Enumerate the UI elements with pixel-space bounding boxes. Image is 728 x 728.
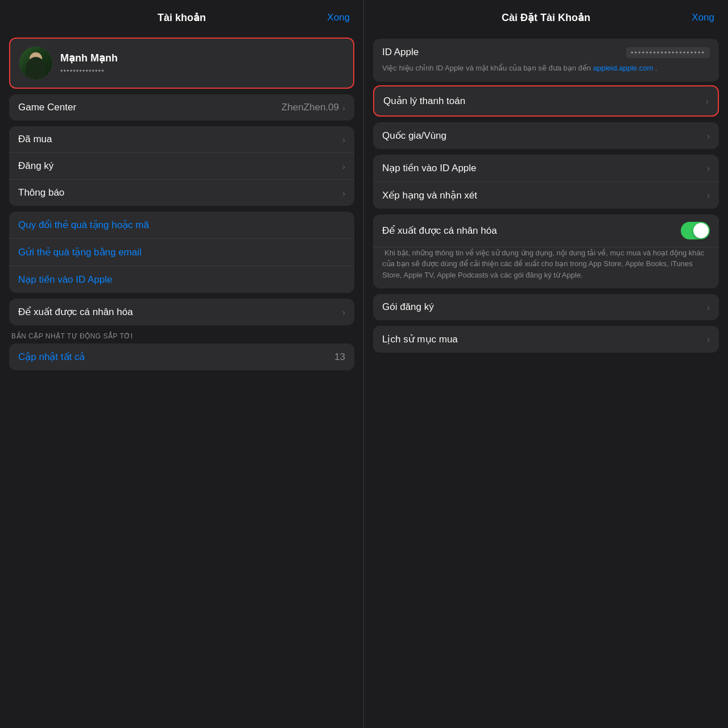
add-funds-item-label: Nạp tiền vào ID Apple [382, 162, 477, 174]
personalized-label-left: Để xuất được cá nhân hóa [18, 306, 133, 318]
chevron-icon: › [342, 103, 345, 113]
redeem-link[interactable]: Quy đổi thẻ quà tặng hoặc mã [9, 212, 354, 239]
update-card: Cập nhật tất cả 13 [9, 344, 354, 370]
apple-id-section: ID Apple •••••••••••••••••••• Việc hiệu … [373, 39, 719, 82]
personalized-toggle-item[interactable]: Để xuất được cá nhân hóa [373, 214, 719, 247]
auto-update-section: BẢN CẬP NHẬT TỰ ĐỘNG SẮP TỚI Cập nhật tấ… [9, 332, 354, 370]
personalized-toggle-section: Để xuất được cá nhân hóa Khi bật, những … [373, 214, 719, 289]
right-header: Cài Đặt Tài Khoản Xong [364, 0, 728, 33]
right-content: ID Apple •••••••••••••••••••• Việc hiệu … [364, 33, 728, 728]
game-center-right: ZhenZhen.09 › [282, 102, 345, 113]
profile-email: •••••••••••••• [60, 67, 118, 75]
add-funds-item[interactable]: Nạp tiền vào ID Apple › [373, 155, 719, 182]
avatar [19, 47, 52, 80]
game-center-label: Game Center [18, 102, 76, 113]
payment-region-section: Quản lý thanh toán › Quốc gia/Vùng › [373, 85, 719, 149]
purchase-history-section: Lịch sử mục mua › [373, 326, 719, 353]
left-done-button[interactable]: Xong [327, 12, 350, 23]
menu-card-1: Đã mua › Đăng ký › Thông báo › [9, 126, 354, 206]
chevron-icon: › [342, 162, 345, 171]
personalized-toggle-switch[interactable] [681, 222, 710, 239]
apple-id-link[interactable]: appleid.apple.com [593, 64, 653, 72]
game-center-section: Game Center ZhenZhen.09 › [9, 94, 354, 121]
notification-label: Thông báo [18, 187, 64, 198]
right-done-button[interactable]: Xong [692, 12, 714, 23]
game-center-item[interactable]: Game Center ZhenZhen.09 › [9, 94, 354, 121]
chevron-icon: › [706, 96, 709, 106]
toggle-knob [693, 223, 709, 238]
left-content: Mạnh Mạnh •••••••••••••• Game Center Zhe… [0, 33, 363, 728]
country-region-card: Quốc gia/Vùng › [373, 122, 719, 149]
menu-section-1: Đã mua › Đăng ký › Thông báo › [9, 126, 354, 206]
personalized-item-left[interactable]: Để xuất được cá nhân hóa › [9, 299, 354, 325]
game-center-card: Game Center ZhenZhen.09 › [9, 94, 354, 121]
redeem-label: Quy đổi thẻ quà tặng hoặc mã [18, 219, 149, 231]
chevron-icon: › [707, 303, 710, 312]
ratings-label: Xếp hạng và nhận xét [382, 189, 477, 201]
profile-info: Mạnh Mạnh •••••••••••••• [60, 52, 118, 75]
update-all-label: Cập nhật tất cả [18, 351, 85, 363]
left-title: Tài khoản [158, 11, 206, 24]
personalized-toggle-card: Để xuất được cá nhân hóa Khi bật, những … [373, 214, 719, 289]
subscription-packages-label: Gói đăng ký [382, 301, 434, 313]
chevron-icon: › [707, 334, 710, 344]
bottom-card: Gói đăng ký › [373, 294, 719, 320]
link-section: Quy đổi thẻ quà tặng hoặc mã Gửi thẻ quà… [9, 212, 354, 293]
subscription-packages-item[interactable]: Gói đăng ký › [373, 294, 719, 320]
update-all-item[interactable]: Cập nhật tất cả 13 [9, 344, 354, 370]
notification-item[interactable]: Thông báo › [9, 180, 354, 206]
payment-management-label: Quản lý thanh toán [383, 95, 465, 107]
apple-id-row: ID Apple •••••••••••••••••••• [382, 47, 710, 58]
right-title: Cài Đặt Tài Khoản [502, 11, 590, 24]
chevron-icon: › [342, 188, 345, 198]
profile-name: Mạnh Mạnh [60, 52, 118, 64]
chevron-icon: › [707, 131, 710, 140]
personalized-description: Khi bật, những thông tin về việc sử dụng… [373, 247, 719, 289]
add-funds-link[interactable]: Nạp tiền vào ID Apple [9, 266, 354, 293]
apple-id-desc-end: . [655, 64, 657, 72]
personalized-section-left: Để xuất được cá nhân hóa › [9, 299, 354, 325]
apple-id-email-masked: •••••••••••••••••••• [626, 47, 710, 58]
game-center-value: ZhenZhen.09 [282, 102, 339, 113]
subscription-label: Đăng ký [18, 160, 53, 172]
left-panel: Tài khoản Xong Mạnh Mạnh •••••••••••••• … [0, 0, 364, 728]
purchase-history-item[interactable]: Lịch sử mục mua › [373, 326, 719, 353]
link-card: Quy đổi thẻ quà tặng hoặc mã Gửi thẻ quà… [9, 212, 354, 293]
personalized-card-left: Để xuất được cá nhân hóa › [9, 299, 354, 325]
ratings-item[interactable]: Xếp hạng và nhận xét › [373, 182, 719, 209]
bottom-section: Gói đăng ký › [373, 294, 719, 320]
subscription-item[interactable]: Đăng ký › [9, 153, 354, 180]
chevron-icon: › [707, 191, 710, 200]
section-label-update: BẢN CẬP NHẬT TỰ ĐỘNG SẮP TỚI [9, 332, 354, 344]
personalized-toggle-label: Để xuất được cá nhân hóa [382, 225, 497, 237]
chevron-icon: › [342, 307, 345, 317]
purchased-item[interactable]: Đã mua › [9, 126, 354, 153]
purchase-history-card: Lịch sử mục mua › [373, 326, 719, 353]
country-region-label: Quốc gia/Vùng [382, 130, 446, 142]
purchased-label: Đã mua [18, 134, 52, 145]
right-panel: Cài Đặt Tài Khoản Xong ID Apple ••••••••… [364, 0, 728, 728]
apple-id-desc-text: Việc hiệu chỉnh ID Apple và mật khẩu của… [382, 64, 591, 72]
chevron-icon: › [342, 135, 345, 144]
funds-ratings-card: Nạp tiền vào ID Apple › Xếp hạng và nhận… [373, 155, 719, 209]
payment-management-highlighted: Quản lý thanh toán › [373, 85, 719, 117]
update-count: 13 [334, 351, 345, 363]
payment-management-item[interactable]: Quản lý thanh toán › [374, 86, 718, 115]
add-funds-label: Nạp tiền vào ID Apple [18, 274, 113, 286]
left-header: Tài khoản Xong [0, 0, 363, 33]
profile-card[interactable]: Mạnh Mạnh •••••••••••••• [9, 38, 354, 89]
send-gift-link[interactable]: Gửi thẻ quà tặng bằng email [9, 239, 354, 266]
country-region-item[interactable]: Quốc gia/Vùng › [373, 122, 719, 149]
apple-id-description: Việc hiệu chỉnh ID Apple và mật khẩu của… [382, 63, 710, 74]
funds-ratings-section: Nạp tiền vào ID Apple › Xếp hạng và nhận… [373, 155, 719, 209]
apple-id-label: ID Apple [382, 47, 419, 58]
personalized-desc-text: Khi bật, những thông tin về việc sử dụng… [382, 244, 704, 282]
send-gift-label: Gửi thẻ quà tặng bằng email [18, 246, 142, 258]
chevron-icon: › [707, 163, 710, 173]
purchase-history-label: Lịch sử mục mua [382, 333, 458, 345]
